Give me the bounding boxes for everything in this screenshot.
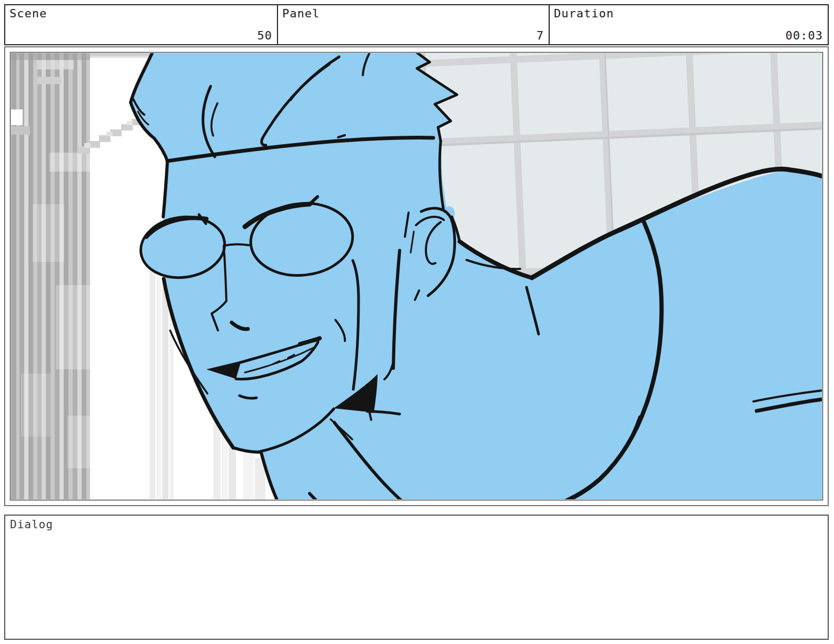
storyboard-panel (4, 46, 829, 506)
scene-cell: Scene 50 (5, 5, 278, 44)
duration-label: Duration (554, 7, 614, 20)
duration-value: 00:03 (786, 29, 823, 42)
scene-value: 50 (257, 29, 273, 42)
scene-label: Scene (9, 7, 47, 20)
panel-cell: Panel 7 (278, 5, 550, 44)
dialog-box: Dialog (4, 515, 829, 640)
header-table: Scene 50 Panel 7 Duration 00:03 (4, 4, 829, 45)
duration-cell: Duration 00:03 (550, 5, 828, 44)
panel-value: 7 (537, 29, 544, 42)
panel-label: Panel (282, 7, 320, 20)
dialog-label: Dialog (10, 518, 53, 531)
dialog-text (10, 534, 823, 636)
storyboard-drawing (5, 47, 828, 505)
